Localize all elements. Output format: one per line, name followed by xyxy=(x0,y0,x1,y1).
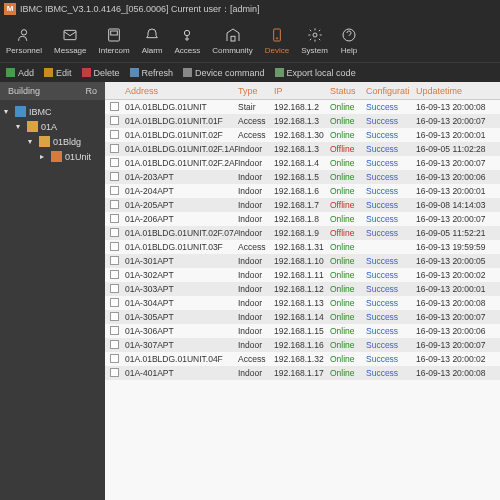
toolbar-alarm[interactable]: Alarm xyxy=(142,26,163,55)
action-label: Add xyxy=(18,68,34,78)
expand-icon[interactable]: ▾ xyxy=(4,107,12,116)
table-row[interactable]: 01A-301APTIndoor192.168.1.10OnlineSucces… xyxy=(105,254,500,268)
cell-address: 01A-306APT xyxy=(123,326,238,336)
device-grid: AddressTypeIPStatusConfiguratiUpdatetime… xyxy=(105,82,500,500)
row-checkbox[interactable] xyxy=(110,298,119,307)
table-row[interactable]: 01A.01BLDG.01UNIT.04FAccess192.168.1.32O… xyxy=(105,352,500,366)
table-row[interactable]: 01A.01BLDG.01UNIT.02F.1AP1Indoor192.168.… xyxy=(105,142,500,156)
action-delete[interactable]: Delete xyxy=(82,68,120,78)
row-checkbox[interactable] xyxy=(110,270,119,279)
row-checkbox[interactable] xyxy=(110,214,119,223)
table-row[interactable]: 01A-303APTIndoor192.168.1.12OnlineSucces… xyxy=(105,282,500,296)
col-header[interactable]: Status xyxy=(330,86,366,96)
row-checkbox[interactable] xyxy=(110,130,119,139)
cell-status: Online xyxy=(330,256,366,266)
row-checkbox[interactable] xyxy=(110,368,119,377)
toolbar-intercom[interactable]: Intercom xyxy=(99,26,130,55)
table-row[interactable]: 01A-305APTIndoor192.168.1.14OnlineSucces… xyxy=(105,310,500,324)
row-checkbox[interactable] xyxy=(110,144,119,153)
action-export-local-code[interactable]: Export local code xyxy=(275,68,356,78)
intercom-icon xyxy=(105,26,123,44)
row-checkbox[interactable] xyxy=(110,242,119,251)
table-row[interactable]: 01A-307APTIndoor192.168.1.16OnlineSucces… xyxy=(105,338,500,352)
row-checkbox[interactable] xyxy=(110,228,119,237)
row-checkbox[interactable] xyxy=(110,340,119,349)
tree-node[interactable]: ▾01A xyxy=(0,119,105,134)
cell-time: 16-09-13 20:00:07 xyxy=(416,214,500,224)
table-row[interactable]: 01A-401APTIndoor192.168.1.17OnlineSucces… xyxy=(105,366,500,380)
row-checkbox[interactable] xyxy=(110,186,119,195)
cell-time: 16-09-13 20:00:07 xyxy=(416,116,500,126)
toolbar-message[interactable]: Message xyxy=(54,26,86,55)
row-checkbox[interactable] xyxy=(110,326,119,335)
table-row[interactable]: 01A-204APTIndoor192.168.1.6OnlineSuccess… xyxy=(105,184,500,198)
tree-node[interactable]: ▸01Unit xyxy=(0,149,105,164)
cell-status: Online xyxy=(330,242,366,252)
expand-icon[interactable]: ▾ xyxy=(28,137,36,146)
cell-config: Success xyxy=(366,158,416,168)
cell-address: 01A-204APT xyxy=(123,186,238,196)
table-row[interactable]: 01A.01BLDG.01UNIT.03FAccess192.168.1.31O… xyxy=(105,240,500,254)
cell-time: 16-09-13 20:00:06 xyxy=(416,326,500,336)
table-row[interactable]: 01A-304APTIndoor192.168.1.13OnlineSucces… xyxy=(105,296,500,310)
tree-node[interactable]: ▾01Bldg xyxy=(0,134,105,149)
toolbar-device[interactable]: Device xyxy=(265,26,289,55)
cell-ip: 192.168.1.12 xyxy=(274,284,330,294)
cell-status: Offline xyxy=(330,200,366,210)
col-header[interactable]: Updatetime xyxy=(416,86,500,96)
row-checkbox[interactable] xyxy=(110,256,119,265)
tree-panel: Building Ro ▾IBMC▾01A▾01Bldg▸01Unit xyxy=(0,82,105,500)
action-device-command[interactable]: Device command xyxy=(183,68,265,78)
toolbar-label: Intercom xyxy=(99,46,130,55)
toolbar-personnel[interactable]: Personnel xyxy=(6,26,42,55)
table-row[interactable]: 01A-206APTIndoor192.168.1.8OnlineSuccess… xyxy=(105,212,500,226)
table-row[interactable]: 01A-205APTIndoor192.168.1.7OfflineSucces… xyxy=(105,198,500,212)
expand-icon[interactable]: ▸ xyxy=(40,152,48,161)
cell-address: 01A-203APT xyxy=(123,172,238,182)
cell-config: Success xyxy=(366,270,416,280)
col-header[interactable]: IP xyxy=(274,86,330,96)
cell-time: 16-09-05 11:02:28 xyxy=(416,144,500,154)
col-header[interactable]: Configurati xyxy=(366,86,416,96)
table-row[interactable]: 01A-302APTIndoor192.168.1.11OnlineSucces… xyxy=(105,268,500,282)
cell-ip: 192.168.1.10 xyxy=(274,256,330,266)
table-row[interactable]: 01A.01BLDG.01UNIT.01FAccess192.168.1.3On… xyxy=(105,114,500,128)
row-checkbox[interactable] xyxy=(110,172,119,181)
row-checkbox[interactable] xyxy=(110,200,119,209)
tree-node[interactable]: ▾IBMC xyxy=(0,104,105,119)
row-checkbox[interactable] xyxy=(110,284,119,293)
action-edit[interactable]: Edit xyxy=(44,68,72,78)
table-row[interactable]: 01A-306APTIndoor192.168.1.15OnlineSucces… xyxy=(105,324,500,338)
toolbar-label: Alarm xyxy=(142,46,163,55)
table-row[interactable]: 01A.01BLDG.01UNIT.02FAccess192.168.1.30O… xyxy=(105,128,500,142)
toolbar-access[interactable]: Access xyxy=(175,26,201,55)
cell-status: Online xyxy=(330,158,366,168)
row-checkbox[interactable] xyxy=(110,312,119,321)
row-checkbox[interactable] xyxy=(110,116,119,125)
community-icon xyxy=(224,26,242,44)
row-checkbox[interactable] xyxy=(110,102,119,111)
tree-header: Building Ro xyxy=(0,82,105,100)
node-label: 01A xyxy=(41,122,57,132)
toolbar-community[interactable]: Community xyxy=(212,26,252,55)
svg-point-7 xyxy=(276,37,277,38)
delete-icon xyxy=(82,68,91,77)
cell-ip: 192.168.1.32 xyxy=(274,354,330,364)
toolbar-help[interactable]: Help xyxy=(340,26,358,55)
table-row[interactable]: 01A-203APTIndoor192.168.1.5OnlineSuccess… xyxy=(105,170,500,184)
cell-address: 01A-401APT xyxy=(123,368,238,378)
col-header[interactable]: Address xyxy=(123,86,238,96)
cell-ip: 192.168.1.14 xyxy=(274,312,330,322)
table-row[interactable]: 01A.01BLDG.01UNIT.02F.07AFIndoor192.168.… xyxy=(105,226,500,240)
table-row[interactable]: 01A.01BLDG.01UNITStair192.168.1.2OnlineS… xyxy=(105,100,500,114)
row-checkbox[interactable] xyxy=(110,354,119,363)
expand-icon[interactable]: ▾ xyxy=(16,122,24,131)
row-checkbox[interactable] xyxy=(110,158,119,167)
cell-time: 16-09-13 20:00:07 xyxy=(416,340,500,350)
table-row[interactable]: 01A.01BLDG.01UNIT.02F.2AP1Indoor192.168.… xyxy=(105,156,500,170)
cell-address: 01A-301APT xyxy=(123,256,238,266)
toolbar-system[interactable]: System xyxy=(301,26,328,55)
col-header[interactable]: Type xyxy=(238,86,274,96)
action-refresh[interactable]: Refresh xyxy=(130,68,174,78)
action-add[interactable]: Add xyxy=(6,68,34,78)
